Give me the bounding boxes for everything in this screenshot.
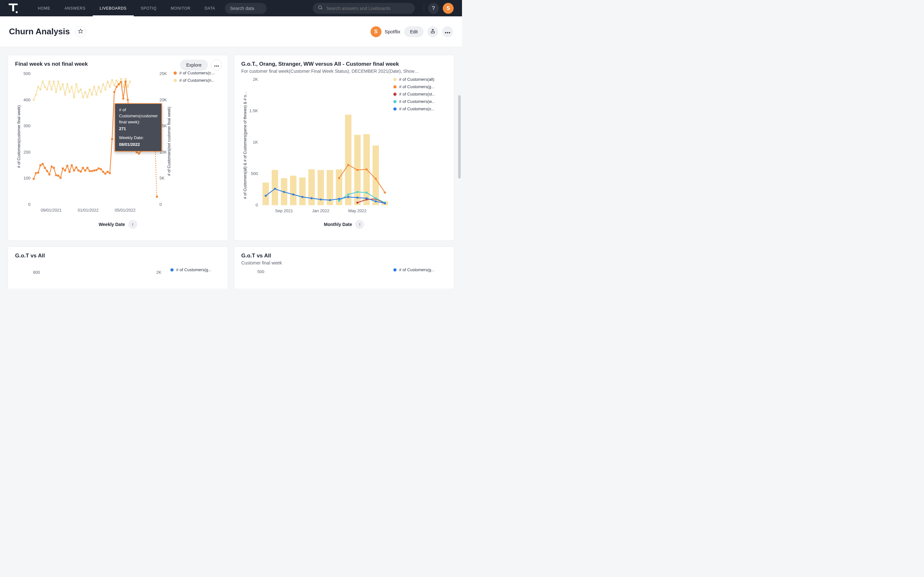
owner-chip[interactable]: S Spotflix (371, 26, 401, 37)
y-tick-right: 2K (156, 270, 162, 275)
nav-liveboards[interactable]: LIVEBOARDS (93, 0, 134, 16)
svg-point-107 (107, 171, 109, 173)
app-logo[interactable] (8, 3, 18, 13)
svg-point-61 (102, 83, 104, 85)
svg-point-170 (265, 195, 267, 197)
svg-text:01/01/2022: 01/01/2022 (78, 208, 99, 213)
svg-point-115 (124, 81, 127, 83)
card-title: G.o.T., Orang, Stranger, WW versus All -… (241, 61, 447, 67)
nav-monitor[interactable]: MONITOR (164, 0, 197, 16)
legend-dot-icon (393, 85, 397, 89)
svg-point-75 (35, 172, 37, 174)
legend-item[interactable]: # of Customers(g… (393, 268, 435, 272)
svg-point-174 (301, 196, 303, 198)
svg-text:# of Customers(not customer fi: # of Customers(not customer final week) (167, 107, 171, 176)
legend-item[interactable]: # of Customers(g… (393, 84, 435, 89)
nav-spotiq[interactable]: SPOTIQ (134, 0, 164, 16)
scrollbar-thumb[interactable] (458, 95, 461, 179)
svg-point-81 (48, 173, 50, 176)
svg-marker-5 (78, 29, 82, 33)
share-button[interactable] (427, 26, 438, 37)
legend-item[interactable]: # of Customers(w… (393, 99, 435, 104)
svg-point-85 (57, 175, 59, 177)
svg-point-10 (214, 65, 216, 67)
svg-point-7 (445, 32, 446, 33)
y-tick: 800 (33, 270, 40, 275)
svg-point-129 (156, 195, 158, 198)
svg-rect-1 (12, 3, 14, 11)
svg-point-112 (118, 83, 120, 85)
svg-point-178 (338, 198, 340, 200)
edit-button[interactable]: Edit (404, 26, 423, 37)
svg-point-2 (16, 11, 18, 13)
legend-label: # of Customers(all) (399, 77, 435, 82)
svg-point-49 (75, 83, 77, 85)
tooltip-metric-label: # of Customers(customer final week): (119, 107, 158, 124)
svg-text:May 2022: May 2022 (348, 208, 367, 213)
more-button[interactable] (442, 26, 453, 37)
top-right-icons: ? S (424, 3, 454, 14)
card-menu-button[interactable] (211, 60, 222, 71)
svg-point-84 (55, 174, 57, 176)
legend-label: # of Customers(g… (399, 268, 435, 272)
svg-point-96 (82, 167, 84, 169)
svg-point-43 (62, 83, 64, 85)
svg-point-60 (100, 91, 102, 93)
global-search[interactable] (313, 3, 415, 14)
legend-dot-icon (393, 100, 397, 103)
svg-point-54 (86, 96, 88, 98)
svg-point-38 (51, 89, 53, 90)
nav-home[interactable]: HOME (31, 0, 57, 16)
legend-dot-icon (393, 93, 397, 96)
svg-point-165 (347, 193, 349, 195)
global-search-input[interactable] (326, 6, 410, 11)
svg-point-164 (338, 200, 340, 201)
legend-item[interactable]: # of Customers(st… (393, 92, 435, 97)
legend-dot-icon (174, 71, 177, 75)
svg-point-100 (91, 170, 93, 172)
chart-got-left[interactable]: 800 2K (15, 268, 169, 277)
svg-text:1K: 1K (253, 140, 258, 145)
legend-item[interactable]: # of Customers(all) (393, 77, 435, 82)
svg-point-63 (107, 81, 108, 82)
legend-label: # of Customers(g… (399, 84, 435, 89)
favorite-button[interactable] (75, 26, 86, 37)
scrollbar[interactable] (457, 47, 461, 288)
svg-point-181 (365, 197, 367, 199)
tooltip-metric-value: 271 (119, 126, 158, 132)
explore-button[interactable]: Explore (180, 60, 208, 71)
legend-item[interactable]: # of Customers(n… (174, 78, 215, 83)
legend-dot-icon (393, 78, 397, 81)
svg-point-89 (66, 165, 68, 167)
svg-point-48 (73, 96, 75, 98)
legend-item[interactable]: # of Customers(o… (393, 106, 435, 111)
svg-point-8 (447, 32, 448, 33)
svg-point-93 (75, 166, 78, 169)
svg-point-101 (93, 169, 95, 172)
svg-point-177 (329, 199, 331, 201)
legend-item[interactable]: # of Customers(c… (174, 71, 215, 75)
svg-point-65 (111, 79, 113, 81)
nav-data[interactable]: DATA (198, 0, 222, 16)
help-button[interactable]: ? (428, 3, 439, 14)
user-avatar[interactable]: S (443, 3, 454, 14)
arrow-up-icon: ↑ (359, 222, 361, 227)
svg-point-180 (357, 197, 359, 198)
svg-point-109 (111, 138, 113, 140)
chart-got-detail[interactable]: 05001K1.5K2K# of Customers(all) & # of C… (241, 77, 392, 218)
svg-point-76 (37, 171, 39, 174)
chart-got-right[interactable]: 500 (241, 268, 392, 275)
nav-answers[interactable]: ANSWERS (57, 0, 93, 16)
separator (424, 4, 424, 13)
svg-point-62 (104, 89, 106, 90)
svg-point-168 (375, 197, 376, 199)
svg-text:100: 100 (23, 176, 31, 181)
sort-button[interactable]: ↑ (128, 220, 137, 229)
sort-button[interactable]: ↑ (355, 220, 364, 229)
legend-item[interactable]: # of Customers(g… (170, 268, 212, 272)
svg-point-94 (78, 169, 79, 172)
svg-point-116 (127, 99, 129, 101)
top-nav: HOME ANSWERS LIVEBOARDS SPOTIQ MONITOR D… (0, 0, 462, 16)
dashboard: Final week vs not final week Explore 010… (0, 47, 462, 288)
search-data-button[interactable]: Search data (225, 3, 267, 14)
